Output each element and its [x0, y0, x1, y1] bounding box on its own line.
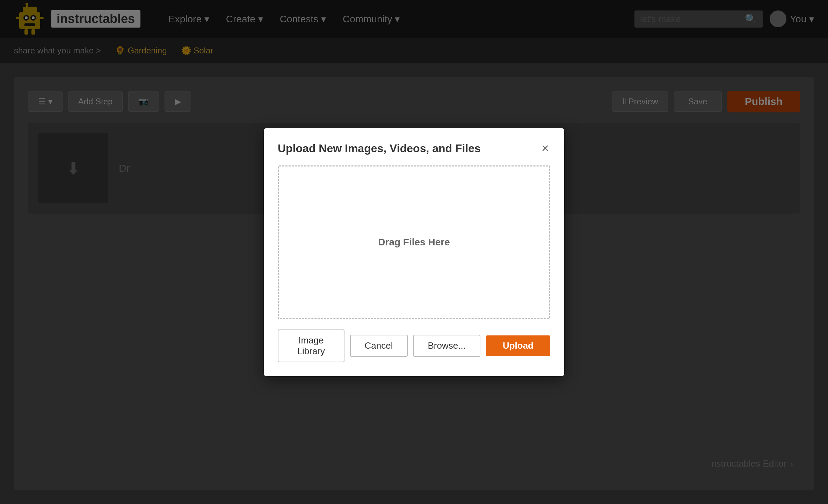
modal-header: Upload New Images, Videos, and Files ×: [278, 142, 550, 155]
upload-button[interactable]: Upload: [486, 335, 550, 356]
drop-zone[interactable]: Drag Files Here: [278, 165, 550, 319]
upload-modal: Upload New Images, Videos, and Files × D…: [264, 128, 564, 376]
modal-overlay: Upload New Images, Videos, and Files × D…: [0, 0, 828, 504]
browse-button[interactable]: Browse...: [413, 335, 480, 357]
image-library-button[interactable]: Image Library: [278, 329, 344, 362]
modal-footer-left: Image Library: [278, 329, 344, 362]
cancel-button[interactable]: Cancel: [350, 335, 408, 357]
drop-zone-text: Drag Files Here: [378, 237, 450, 248]
modal-title: Upload New Images, Videos, and Files: [278, 142, 481, 155]
modal-close-button[interactable]: ×: [540, 142, 550, 155]
modal-footer: Image Library Cancel Browse... Upload: [278, 329, 550, 362]
